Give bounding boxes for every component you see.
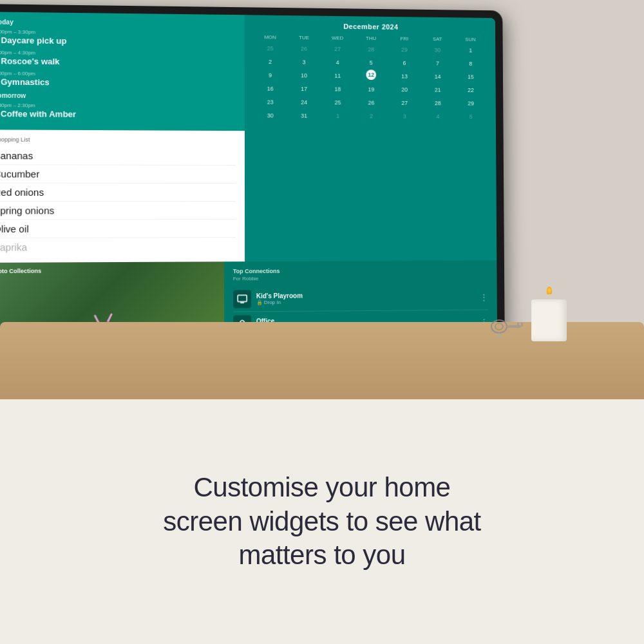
cal-day: 13 (388, 70, 421, 83)
connection-info-kids-playroom: Kid's Playroom 🔒 Drop In (256, 291, 475, 305)
cal-day: 16 (254, 82, 287, 95)
cal-header-mon: MON (254, 33, 287, 41)
cal-day: 17 (287, 82, 320, 95)
cal-day: 28 (355, 43, 388, 56)
headline: Customise your home screen widgets to se… (163, 471, 481, 573)
svg-point-19 (497, 334, 501, 338)
cal-day: 28 (422, 97, 455, 109)
cal-day: 29 (455, 97, 487, 110)
event-title-1: Daycare pick up (0, 35, 236, 48)
cal-day: 4 (422, 110, 455, 123)
event-item-2: 4:00pm – 4:30pm Roscoe's walk (0, 50, 236, 68)
shopping-item-6: Paprika (0, 238, 236, 256)
cal-day: 24 (287, 96, 320, 109)
shopping-list-title: Shopping List (0, 137, 236, 144)
schedule-widget: Today 3:00pm – 3:30pm Daycare pick up 4:… (0, 12, 245, 131)
svg-rect-17 (517, 323, 519, 327)
keys (486, 314, 531, 343)
calendar-grid: MON TUE WED THU FRI SAT SUN 25 26 27 28 … (254, 33, 488, 123)
connections-subtitle: For Robbie (233, 274, 488, 281)
bottom-section: Customise your home screen widgets to se… (0, 399, 644, 644)
product-image-section: Today 3:00pm – 3:30pm Daycare pick up 4:… (0, 0, 644, 399)
event-item-tomorrow: 1:30pm – 2:30pm Coffee with Amber (0, 102, 236, 120)
candle-flame (547, 287, 552, 294)
cal-day: 8 (455, 57, 487, 70)
calendar-month: December 2024 (254, 21, 487, 32)
cal-day: 7 (421, 57, 454, 70)
connections-title: Top Connections (233, 267, 488, 274)
cal-day: 15 (455, 70, 487, 83)
cal-day: 31 (287, 109, 320, 122)
cal-day: 26 (287, 43, 320, 55)
cal-day: 9 (254, 69, 287, 82)
shopping-item-5: Olive oil (0, 220, 236, 238)
cal-day: 25 (321, 96, 354, 109)
cal-day: 11 (321, 70, 354, 82)
svg-point-15 (495, 323, 503, 330)
connection-menu-icon[interactable]: ⋮ (480, 292, 489, 303)
cal-day: 21 (421, 84, 454, 97)
headline-line1: Customise your home (193, 472, 450, 502)
cal-day: 29 (388, 43, 421, 56)
photo-collections-title: Photo Collections (0, 268, 41, 275)
shopping-widget: Shopping List Bananas Cucumber Red onion… (0, 129, 245, 263)
shopping-item-1: Bananas (0, 147, 236, 166)
cal-day: 27 (321, 43, 354, 55)
event-title-2: Roscoe's walk (0, 56, 236, 68)
connection-avatar-kids-playroom (233, 290, 251, 308)
cal-day: 25 (254, 42, 287, 55)
svg-line-7 (108, 314, 111, 321)
cal-header-tue: TUE (287, 33, 320, 42)
cal-day: 1 (454, 44, 486, 57)
cal-day: 5 (355, 56, 388, 69)
cal-header-sun: SUN (454, 35, 486, 44)
today-label: Today (0, 19, 236, 28)
cal-day: 19 (355, 83, 388, 96)
cal-day: 20 (388, 83, 421, 96)
cal-day: 22 (455, 84, 487, 97)
shopping-item-2: Cucumber (0, 165, 236, 184)
svg-rect-18 (521, 323, 523, 327)
candle (531, 293, 567, 341)
cal-header-thu: THU (355, 34, 388, 43)
cal-day: 2 (355, 109, 388, 122)
cal-day: 18 (321, 82, 354, 95)
cal-day: 5 (455, 110, 487, 123)
cal-day: 6 (388, 57, 421, 70)
shopping-item-4: Spring onions (0, 202, 236, 220)
event-title-3: Gymnastics (0, 77, 236, 88)
cal-header-fri: FRI (388, 34, 421, 43)
cal-day: 3 (287, 55, 320, 68)
cal-day: 4 (321, 56, 354, 69)
cal-day: 30 (421, 44, 454, 57)
event-title-tomorrow: Coffee with Amber (0, 109, 236, 120)
event-item-1: 3:00pm – 3:30pm Daycare pick up (0, 29, 236, 48)
connection-item-kids-playroom: Kid's Playroom 🔒 Drop In ⋮ (233, 285, 488, 312)
calendar-widget: December 2024 MON TUE WED THU FRI SAT SU… (245, 15, 496, 132)
cal-day: 10 (287, 69, 320, 82)
cal-day: 2 (254, 55, 287, 68)
cal-day: 1 (321, 109, 354, 122)
event-item-3: 5:00pm – 6:00pm Gymnastics (0, 70, 236, 88)
cal-day: 27 (388, 97, 421, 109)
cal-day: 30 (254, 109, 287, 122)
cal-header-sat: SAT (421, 35, 453, 43)
cal-header-wed: WED (321, 33, 354, 42)
cal-day: 26 (355, 97, 388, 109)
svg-rect-10 (238, 295, 247, 301)
monitor-icon (237, 294, 247, 304)
svg-rect-11 (240, 302, 244, 303)
svg-line-6 (95, 316, 98, 322)
cal-day: 14 (421, 70, 454, 83)
cal-day: 3 (388, 110, 421, 123)
shopping-item-3: Red onions (0, 184, 236, 202)
cal-day: 23 (254, 95, 287, 108)
cal-day-today: 12 (366, 70, 376, 80)
svg-point-14 (491, 320, 507, 333)
candle-body (531, 299, 567, 341)
headline-line3: matters to you (238, 540, 405, 570)
tomorrow-label: Tomorrow (0, 92, 236, 101)
headline-line2: screen widgets to see what (163, 506, 481, 536)
